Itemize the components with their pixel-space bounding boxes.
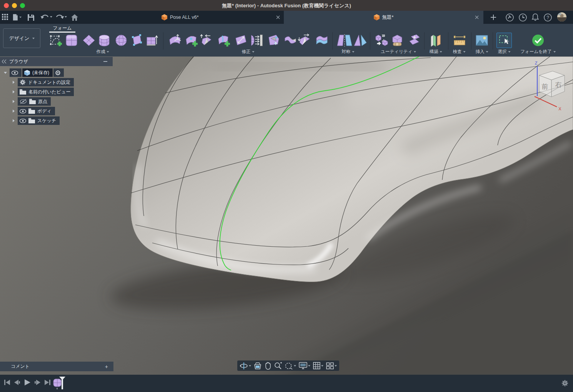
insert-edge-button[interactable] <box>217 33 231 48</box>
radio-dot-icon <box>55 70 60 75</box>
create-plane-button[interactable] <box>82 33 96 48</box>
mirror-symmetry-button[interactable] <box>336 33 353 48</box>
tab-label: Pose ALL v6* <box>170 15 199 20</box>
redo-button[interactable] <box>55 13 68 22</box>
comments-bar[interactable]: コメント + <box>0 362 113 371</box>
flatten-button[interactable] <box>249 33 264 48</box>
document-tab-untitled-active[interactable]: 無題* <box>284 11 483 24</box>
home-button[interactable] <box>70 13 79 22</box>
data-panel-toggle-button[interactable] <box>1 13 10 22</box>
job-status-clock-icon[interactable] <box>518 13 527 22</box>
viewports-tool[interactable] <box>326 362 337 369</box>
visibility-toggle[interactable] <box>10 68 22 77</box>
look-at-tool[interactable] <box>254 362 262 369</box>
browser-item-origin[interactable]: 原点 <box>0 97 113 106</box>
browser-item-sketches[interactable]: スケッチ <box>0 116 113 125</box>
browser-item-named-views[interactable]: 名前の付いたビュー <box>0 87 113 96</box>
document-tab-pose-all[interactable]: Pose ALL v6* <box>158 11 284 24</box>
root-document-item[interactable]: (未保存) <box>22 68 53 77</box>
step-forward-button[interactable] <box>34 379 41 385</box>
create-sphere-button[interactable] <box>114 33 128 48</box>
smooth-button[interactable] <box>315 33 329 48</box>
slide-edge-button[interactable] <box>199 33 214 48</box>
chevron-down-icon[interactable] <box>4 72 7 74</box>
chevron-down-icon <box>508 51 511 53</box>
browser-root-row[interactable]: (未保存) <box>0 68 113 77</box>
timeline-marker[interactable] <box>58 377 66 390</box>
grid-snap-tool[interactable] <box>313 362 323 369</box>
go-to-end-button[interactable] <box>44 379 51 385</box>
workspace-selector[interactable]: デザイン <box>3 28 40 48</box>
step-back-button[interactable] <box>14 379 20 385</box>
help-icon[interactable]: ? <box>543 13 552 22</box>
file-menu-button[interactable] <box>12 13 22 22</box>
browser-header[interactable]: ブラウザ <box>0 57 113 66</box>
create-group-dropdown[interactable]: 作成 <box>97 49 109 55</box>
create-form-sketch-button[interactable] <box>48 33 63 48</box>
notifications-bell-icon[interactable] <box>531 13 540 22</box>
merge-edge-button[interactable] <box>233 33 248 48</box>
select-tool-button[interactable] <box>496 33 512 48</box>
tab-close-icon[interactable] <box>475 15 479 19</box>
create-quadball-button[interactable] <box>129 33 144 48</box>
orbit-tool[interactable] <box>240 362 251 370</box>
chevron-right-icon[interactable] <box>13 81 15 84</box>
browser-item-document-settings[interactable]: ドキュメントの設定 <box>0 78 113 87</box>
zoom-tool[interactable] <box>274 362 282 370</box>
create-extrude-button[interactable] <box>145 33 159 48</box>
utility-group-dropdown[interactable]: ユーティリティ <box>381 49 416 55</box>
play-button[interactable] <box>24 379 31 386</box>
go-to-start-button[interactable] <box>4 379 10 385</box>
fill-hole-button[interactable] <box>267 33 281 48</box>
select-group-dropdown[interactable]: 選択 <box>498 49 511 55</box>
save-button[interactable] <box>26 13 35 22</box>
chevron-down-icon <box>32 38 35 39</box>
eye-icon[interactable] <box>20 109 26 113</box>
folder-icon <box>20 89 26 95</box>
chevron-right-icon[interactable] <box>13 119 15 122</box>
eye-off-icon[interactable] <box>20 99 27 104</box>
crease-button[interactable] <box>297 33 312 48</box>
extensions-icon[interactable] <box>505 13 514 22</box>
user-avatar[interactable] <box>557 12 566 22</box>
chevron-right-icon[interactable] <box>13 110 15 113</box>
edit-form-button[interactable] <box>168 33 183 48</box>
make-uniform-button[interactable] <box>407 33 421 48</box>
tab-close-icon[interactable] <box>276 15 280 19</box>
insert-image-button[interactable] <box>475 33 489 48</box>
modify-group-dropdown[interactable]: 修正 <box>242 49 255 55</box>
new-tab-button[interactable] <box>489 13 498 22</box>
chevron-right-icon[interactable] <box>13 90 15 93</box>
repair-body-button[interactable] <box>390 33 405 48</box>
finish-form-button[interactable] <box>531 33 545 48</box>
create-box-button[interactable] <box>64 33 79 48</box>
timeline-settings-gear-icon[interactable] <box>561 380 568 387</box>
chevron-down-icon <box>107 51 109 53</box>
fit-view-tool[interactable] <box>285 362 296 370</box>
create-cylinder-button[interactable] <box>97 33 112 48</box>
pan-tool[interactable] <box>264 362 271 370</box>
active-component-radio[interactable] <box>53 68 64 77</box>
measure-button[interactable] <box>452 33 467 48</box>
symmetry-group-dropdown[interactable]: 対称 <box>342 49 355 55</box>
browser-item-bodies[interactable]: ボディ <box>0 106 113 116</box>
context-environment-tab[interactable]: フォーム <box>48 25 77 32</box>
minimize-panel-icon[interactable] <box>103 61 107 62</box>
construct-plane-button[interactable] <box>428 33 443 48</box>
finish-form-dropdown[interactable]: フォームを終了 <box>520 49 556 55</box>
chevron-right-icon[interactable] <box>13 100 15 103</box>
construct-group-dropdown[interactable]: 構築 <box>430 49 442 55</box>
inspect-group-dropdown[interactable]: 検査 <box>453 49 466 55</box>
insert-point-button[interactable] <box>184 33 199 48</box>
eye-icon[interactable] <box>20 119 26 123</box>
convert-button[interactable] <box>374 33 389 48</box>
insert-group-dropdown[interactable]: 挿入 <box>476 49 488 55</box>
display-settings-tool[interactable] <box>299 362 310 369</box>
undo-button[interactable] <box>40 13 53 22</box>
component-cube-icon <box>24 70 30 76</box>
collapse-panel-icon[interactable] <box>2 60 7 63</box>
add-comment-button[interactable]: + <box>105 364 108 370</box>
weld-vertices-button[interactable] <box>283 33 298 48</box>
circular-symmetry-button[interactable] <box>353 33 368 48</box>
viewports-icon <box>326 363 333 369</box>
